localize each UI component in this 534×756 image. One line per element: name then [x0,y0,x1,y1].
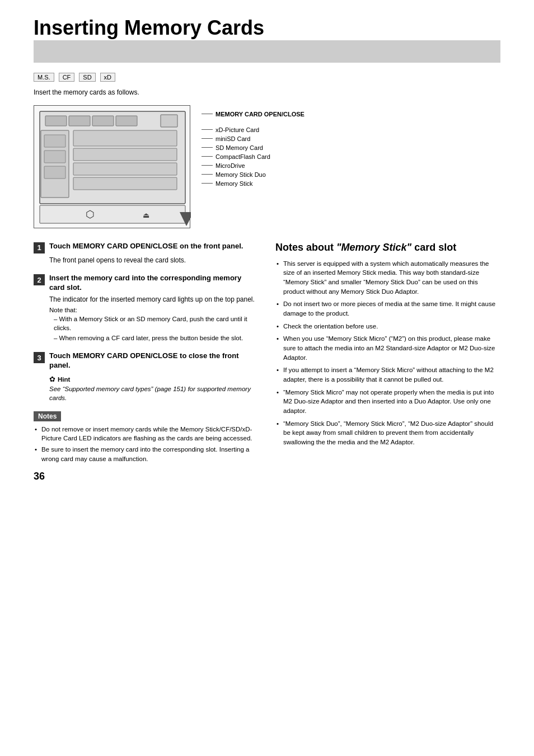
step-2-desc: The indicator for the inserted memory ca… [49,295,259,304]
notes-box: Notes Do not remove or insert memory car… [34,411,259,463]
device-diagram: ⬡ ⏏ [34,105,190,228]
diagram-labels: MEMORY CARD OPEN/CLOSE xD-Picture Card m… [202,105,305,187]
step-2-title: Insert the memory card into the correspo… [49,274,259,293]
svg-rect-2 [69,116,90,126]
step-2-header: 2 Insert the memory card into the corres… [34,274,259,293]
svg-rect-11 [73,148,177,161]
page: Inserting Memory Cards M.S. CF SD xD Ins… [0,0,534,499]
tag-ms: M.S. [34,73,54,82]
notes-list: Do not remove or insert memory cards whi… [34,425,259,463]
title-underline [34,40,500,63]
left-column: 1 Touch MEMORY CARD OPEN/CLOSE on the fr… [34,242,259,466]
svg-rect-5 [161,115,177,127]
right-column: Notes about "Memory Stick" card slot Thi… [275,242,500,466]
notes-about-item-5: If you attempt to insert a “Memory Stick… [275,365,500,384]
hint-label: Hint [58,376,70,383]
step-2-number: 2 [34,274,45,285]
label-sd: SD Memory Card [202,144,305,151]
svg-rect-14 [40,205,185,223]
step-2-bullet-2: – When removing a CF card later, press t… [54,334,259,342]
svg-text:⬡: ⬡ [86,209,95,220]
svg-rect-13 [73,177,177,190]
step-2: 2 Insert the memory card into the corres… [34,274,259,342]
svg-rect-9 [44,166,65,179]
notes-about-title: Notes about "Memory Stick" card slot [275,242,500,253]
label-cf: CompactFlash Card [202,153,305,160]
hint-title: ✿ Hint [49,375,259,383]
notes-about-item-4: When you use “Memory Stick Micro” (“M2”)… [275,334,500,362]
step-3-header: 3 Touch MEMORY CARD OPEN/CLOSE to close … [34,351,259,370]
step-3-number: 3 [34,352,45,363]
tag-cf: CF [59,73,75,82]
svg-text:⏏: ⏏ [143,211,149,219]
notes-about-item-2: Do not insert two or more pieces of medi… [275,299,500,318]
label-xd: xD-Picture Card [202,126,305,133]
step-1-desc: The front panel opens to reveal the card… [49,256,259,265]
tag-sd: SD [79,73,95,82]
step-1-number: 1 [34,242,45,253]
tag-xd: xD [100,73,115,82]
notes-about-item-3: Check the orientation before use. [275,322,500,331]
two-column-layout: 1 Touch MEMORY CARD OPEN/CLOSE on the fr… [34,242,500,466]
step-3: 3 Touch MEMORY CARD OPEN/CLOSE to close … [34,351,259,402]
hint-text: See “Supported memory card types” (page … [49,384,259,402]
label-ms-duo: Memory Stick Duo [202,171,305,178]
svg-rect-12 [73,163,177,175]
step-1-title: Touch MEMORY CARD OPEN/CLOSE on the fron… [49,242,243,251]
page-number: 36 [34,471,45,482]
hint-section: ✿ Hint See “Supported memory card types”… [49,375,259,402]
step-3-title: Touch MEMORY CARD OPEN/CLOSE to close th… [49,351,259,370]
step-2-bullet-1: – With a Memory Stick or an SD memory Ca… [54,314,259,332]
svg-rect-10 [73,130,177,146]
notes-about-item-7: “Memory Stick Duo”, “Memory Stick Micro”… [275,419,500,447]
notes-about-item-6: “Memory Stick Micro” may not operate pro… [275,388,500,416]
notes-header: Notes [34,411,61,421]
step-1-header: 1 Touch MEMORY CARD OPEN/CLOSE on the fr… [34,242,259,253]
svg-rect-8 [44,151,65,163]
diagram-area: ⬡ ⏏ MEMORY CARD OPEN/CLOSE xD-Picture Ca… [34,105,500,228]
notes-about-list: This server is equipped with a system wh… [275,259,500,447]
svg-rect-4 [116,116,137,126]
note-item-2: Be sure to insert the memory card into t… [34,445,259,463]
svg-rect-1 [45,116,67,126]
card-tags: M.S. CF SD xD [34,73,500,82]
intro-text: Insert the memory cards as follows. [34,88,500,96]
notes-about-item-1: This server is equipped with a system wh… [275,259,500,297]
label-minisd: miniSD Card [202,135,305,142]
note-item-1: Do not remove or insert memory cards whi… [34,425,259,443]
page-title: Inserting Memory Cards [34,17,500,39]
step-2-note-that: Note that: [49,307,259,313]
svg-rect-3 [92,116,114,126]
label-memory-card-open: MEMORY CARD OPEN/CLOSE [202,111,305,118]
label-ms: Memory Stick [202,180,305,187]
label-microdrive: MicroDrive [202,162,305,169]
hint-icon: ✿ [49,375,55,383]
svg-rect-7 [44,135,65,147]
step-1: 1 Touch MEMORY CARD OPEN/CLOSE on the fr… [34,242,259,265]
